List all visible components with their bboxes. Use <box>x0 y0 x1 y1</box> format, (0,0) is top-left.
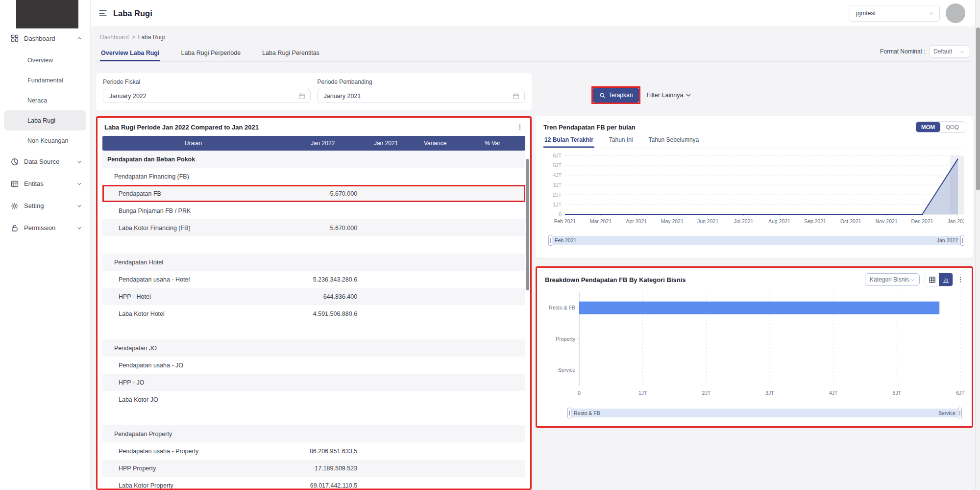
sidebar-item-data-source[interactable]: Data Source <box>0 151 90 173</box>
sidebar-item-permission[interactable]: Permission <box>0 217 90 239</box>
chevron-down-icon <box>929 10 934 16</box>
main-area: Laba Rugi pjmtest Dashboard>Laba Rugi Ov… <box>91 0 980 490</box>
row-label: Bunga Pinjaman FB / PRK <box>102 207 284 214</box>
trend-brush-slider[interactable]: Feb 2021 Jan 2022 <box>550 236 962 245</box>
kategori-bisnis-value: Kategori Bisnis <box>870 276 909 283</box>
avatar[interactable] <box>946 3 965 23</box>
breadcrumb-item-dashboard[interactable]: Dashboard <box>100 34 129 41</box>
table-scrollbar[interactable] <box>526 159 529 290</box>
breakdown-brush-slider[interactable]: Resto & FB Service <box>569 409 960 417</box>
breadcrumb-item-laba-rugi: Laba Rugi <box>138 34 165 41</box>
column-header-jan-2021[interactable]: Jan 2021 <box>361 140 411 147</box>
brush-handle-right[interactable] <box>960 235 964 246</box>
row-label: HPP - JO <box>102 379 284 386</box>
search-icon <box>599 92 606 99</box>
brush-handle-left[interactable] <box>548 235 552 246</box>
row-label: Pendapatan Hotel <box>102 259 284 266</box>
table-row-pendapatan-usaha-property[interactable]: Pendapatan usaha - Property86.206.951.63… <box>102 442 525 460</box>
sidebar-item-dashboard[interactable]: Dashboard <box>0 29 90 47</box>
bar-chart-view-icon[interactable] <box>939 273 953 286</box>
sidebar-item-non-keuangan[interactable]: Non Keuangan <box>4 130 86 151</box>
table-row-pendapatan-usaha-hotel[interactable]: Pendapatan usaha - Hotel5.236.343.280,6 <box>102 271 525 288</box>
row-label: Laba Kotor Hotel <box>102 310 284 317</box>
periode-pembanding-input[interactable]: January 2021 <box>318 89 525 103</box>
kebab-menu-icon[interactable] <box>516 123 523 131</box>
sidebar-item-neraca[interactable]: Neraca <box>4 90 86 110</box>
svg-text:Property: Property <box>556 336 575 342</box>
toggle-mom[interactable]: MOM <box>916 122 940 132</box>
table-row-pendapatan-fb[interactable]: Pendapatan FB5.670.000 <box>102 185 525 202</box>
table-view-icon[interactable] <box>925 273 939 286</box>
format-nominal-select[interactable]: Default <box>929 45 969 58</box>
page-scrollbar[interactable] <box>975 0 980 490</box>
table-row-laba-kotor-property[interactable]: Laba Kotor Property69.017.442.110,5 <box>102 477 525 489</box>
sidebar-item-label: Permission <box>24 224 76 232</box>
sidebar-item-label: Data Source <box>24 158 76 165</box>
tab-laba-rugi-perentitas[interactable]: Laba Rugi Perentitas <box>261 46 320 61</box>
table-row-laba-kotor-hotel[interactable]: Laba Kotor Hotel4.591.506.880,6 <box>102 305 525 322</box>
more-filters-label: Filter Lainnya <box>646 92 683 99</box>
row-label: Laba Kotor Financing (FB) <box>102 225 284 232</box>
table-row-bunga-pinjaman-fb-prk[interactable]: Bunga Pinjaman FB / PRK <box>102 202 525 219</box>
menu-toggle-icon[interactable] <box>98 9 107 18</box>
kebab-menu-icon[interactable] <box>957 276 964 284</box>
table-row-pendapatan-property[interactable]: Pendapatan Property <box>102 425 525 442</box>
column-header-variance[interactable]: Variance <box>411 140 460 147</box>
kategori-bisnis-dropdown[interactable]: Kategori Bisnis <box>865 273 920 286</box>
table-row-laba-kotor-jo[interactable]: Laba Kotor JO <box>102 391 525 408</box>
more-filters-button[interactable]: Filter Lainnya <box>646 92 691 99</box>
trend-tab-tahun-ini[interactable]: Tahun Ini <box>608 136 634 148</box>
brush-handle-right[interactable] <box>958 408 962 418</box>
trend-panel: Tren Pendapatan FB per bulan MOMQOQ 12 B… <box>536 116 973 258</box>
row-label: Pendapatan FB <box>102 190 284 197</box>
row-label: Pendapatan usaha - Property <box>102 448 284 455</box>
table-row-hpp-jo[interactable]: HPP - JO <box>102 374 525 391</box>
sidebar-item-setting[interactable]: Setting <box>0 195 90 217</box>
tab-laba-rugi-perperiode[interactable]: Laba Rugi Perperiode <box>180 46 242 61</box>
svg-text:Apr 2021: Apr 2021 <box>626 218 647 224</box>
sidebar-item-laba-rugi[interactable]: Laba Rugi <box>4 110 86 130</box>
trend-tabs: 12 Bulan TerakhirTahun IniTahun Sebelumn… <box>543 136 965 148</box>
periode-pembanding-label: Periode Pembanding <box>318 78 525 85</box>
table-row-hpp-hotel[interactable]: HPP - Hotel644.836.400 <box>102 288 525 305</box>
tab-overview-laba-rugi[interactable]: Overview Laba Rugi <box>100 46 160 61</box>
sidebar-item-overview[interactable]: Overview <box>4 50 86 70</box>
trend-tab-12-bulan-terakhir[interactable]: 12 Bulan Terakhir <box>543 136 594 148</box>
toggle-qoq[interactable]: QOQ <box>940 122 964 132</box>
table-row-pendapatan-dan-beban-pokok[interactable]: Pendapatan dan Beban Pokok <box>102 151 525 168</box>
chevron-down-icon <box>76 159 82 165</box>
periode-fiskal-input[interactable]: January 2022 <box>103 89 311 103</box>
sidebar-item-entitas[interactable]: Entitas <box>0 173 90 195</box>
row-label: Pendapatan JO <box>102 345 284 352</box>
breakdown-panel: Breakdown Pendapatan FB By Kategori Bisn… <box>536 266 973 428</box>
svg-text:Mar 2021: Mar 2021 <box>590 218 612 224</box>
sidebar-item-fundamental[interactable]: Fundamental <box>4 70 86 90</box>
trend-tab-tahun-sebelumnya[interactable]: Tahun Sebelumnya <box>648 136 700 148</box>
gear-icon <box>11 202 19 210</box>
sidebar-nav: DashboardOverviewFundamentalNeracaLaba R… <box>0 28 90 239</box>
periode-pembanding-group: Periode Pembanding January 2021 <box>318 78 525 103</box>
table-row-pendapatan-usaha-jo[interactable]: Pendapatan usaha - JO <box>102 357 525 374</box>
table-row-pendapatan-financing-fb-[interactable]: Pendapatan Financing (FB) <box>102 168 525 185</box>
apply-button[interactable]: Terapkan <box>593 88 639 103</box>
row-label: Pendapatan usaha - Hotel <box>102 276 284 283</box>
table-row-laba-kotor-financing-fb-[interactable]: Laba Kotor Financing (FB)5.670.000 <box>102 219 525 236</box>
brush-handle-left[interactable] <box>567 408 571 418</box>
breakdown-panel-title: Breakdown Pendapatan FB By Kategori Bisn… <box>545 276 686 284</box>
user-dropdown[interactable]: pjmtest <box>849 5 940 22</box>
row-label: Pendapatan Property <box>102 431 284 438</box>
row-label: HPP - Hotel <box>102 293 284 300</box>
column-header-uraian[interactable]: Uraian <box>102 140 284 147</box>
breakdown-brush-right-label: Service <box>938 410 956 416</box>
periode-fiskal-label: Periode Fiskal <box>103 78 311 85</box>
page-title: Laba Rugi <box>113 9 152 18</box>
row-label: Laba Kotor Property <box>102 482 284 489</box>
table-row-hpp-property[interactable]: HPP Property17.189.509.523 <box>102 460 525 477</box>
table-row-pendapatan-jo[interactable]: Pendapatan JO <box>102 339 525 357</box>
column-header-pct-var[interactable]: % Var <box>460 140 525 147</box>
page-scrollbar-thumb[interactable] <box>976 27 980 190</box>
row-label: Pendapatan dan Beban Pokok <box>102 156 284 163</box>
table-row-pendapatan-hotel[interactable]: Pendapatan Hotel <box>102 254 525 271</box>
column-header-jan-2022[interactable]: Jan 2022 <box>284 140 361 147</box>
svg-text:Dec 2021: Dec 2021 <box>911 218 933 224</box>
